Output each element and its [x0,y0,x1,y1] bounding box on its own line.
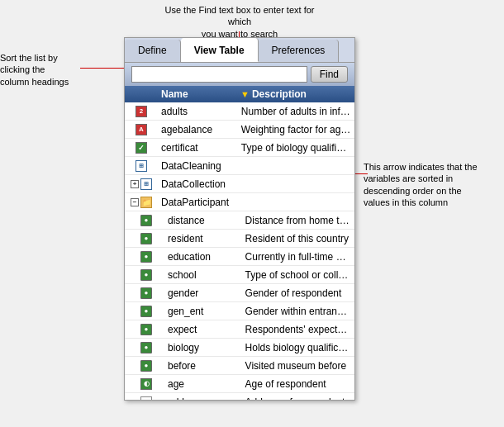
header-icon-col [125,88,158,100]
row-desc: Address of respondent [242,396,354,401]
row-icon-cell: ● [125,306,158,317]
nominal-icon: ● [140,269,152,281]
row-name: before [158,359,242,372]
row-icon-cell: + ⊞ [125,178,158,190]
row-desc: Gender within entrance us [242,305,354,318]
find-button[interactable]: Find [311,66,348,83]
collapse-icon[interactable]: − [131,198,139,206]
table-row[interactable]: A address Address of respondent [125,393,354,400]
header-description[interactable]: ▼ Description [237,88,354,100]
row-name: adults [158,105,238,118]
row-desc: Distance from home to mu [242,214,354,227]
scale-icon: ⊞ [140,178,152,190]
row-desc: Resident of this country [242,232,354,245]
row-icon-cell: ● [125,324,158,335]
table-row[interactable]: ● gender Gender of respondent [125,284,354,302]
row-desc [238,202,354,203]
nominal-icon: ● [140,287,152,299]
folder-icon: 📁 [140,197,152,208]
table-row[interactable]: ✓ certificat Type of biology qualificati… [125,139,354,157]
row-icon-cell: ● [125,215,158,226]
numeric-icon: 2 [136,106,147,117]
row-name: resident [158,232,242,245]
nominal-icon: ● [140,215,152,226]
nominal-icon: ● [140,233,152,244]
row-name: gender [158,287,242,300]
nominal-icon: ● [140,324,152,335]
row-icon-cell: ● [125,269,158,281]
tab-define[interactable]: Define [125,40,181,62]
table-row[interactable]: ● distance Distance from home to mu [125,211,354,230]
row-name: age [158,377,242,391]
row-name: biology [158,341,242,354]
row-desc: Currently in full-time educa [242,250,354,263]
table-row[interactable]: + ⊞ DataCollection [125,175,354,193]
top-annotation: Use the Find text box to enter text for … [157,4,322,40]
row-icon-cell: ⊞ [125,160,158,172]
table-row[interactable]: ◐ age Age of respondent [125,375,354,393]
table-row[interactable]: ● expect Respondents' expectation [125,320,354,339]
row-desc: Gender of respondent [242,287,354,300]
row-desc: Type of school or college [242,268,354,282]
row-icon-cell: ● [125,233,158,244]
row-desc [238,165,354,167]
scale-icon: ⊞ [136,160,147,172]
nominal-icon: ● [140,342,152,353]
row-name: school [158,268,242,282]
row-name: certificat [158,141,238,154]
row-desc: Respondents' expectation [242,323,354,336]
row-name: address [158,396,242,401]
header-name[interactable]: Name [158,88,237,100]
row-icon-cell: A [125,124,158,135]
row-desc [238,183,354,185]
row-desc: Number of adults in inform [238,105,354,118]
sort-arrow-icon: ▼ [240,89,250,99]
row-icon-cell: ● [125,360,158,372]
table-row[interactable]: A agebalance Weighting factor for age b [125,121,354,139]
row-name: DataCleaning [158,159,238,173]
ordinal-icon: ◐ [140,378,152,390]
row-desc: Weighting factor for age b [238,123,354,136]
expand-icon[interactable]: + [131,180,139,188]
row-icon-cell: ◐ [125,378,158,390]
row-desc: Visited museum before [242,359,354,372]
table-row[interactable]: ● school Type of school or college [125,266,354,284]
table-row[interactable]: ● biology Holds biology qualification [125,339,354,357]
right-annotation: This arrow indicates that the variables … [364,161,500,208]
row-name: DataCollection [158,178,238,191]
row-desc: Type of biology qualificatio [238,141,354,154]
row-name: gen_ent [158,305,242,318]
row-icon-cell: 2 [125,106,158,117]
search-input[interactable] [131,66,307,83]
table-row[interactable]: − 📁 DataParticipant [125,193,354,211]
row-icon-cell: ● [125,287,158,299]
check-icon: ✓ [136,142,147,154]
table-row[interactable]: ● gen_ent Gender within entrance us [125,302,354,320]
table-body[interactable]: 2 adults Number of adults in inform A ag… [125,102,354,400]
table-row[interactable]: 2 adults Number of adults in inform [125,102,354,121]
nominal-icon: ● [140,251,152,263]
row-desc: Holds biology qualification [242,341,354,354]
row-name: distance [158,214,242,227]
left-arrow [80,68,126,69]
table-header: Name ▼ Description [125,86,354,102]
table-row[interactable]: ● before Visited museum before [125,357,354,375]
tab-bar: Define View Table Preferences [125,38,354,63]
table-row[interactable]: ● resident Resident of this country [125,230,354,248]
row-name: agebalance [158,123,238,136]
string-icon: A [136,124,147,135]
tab-view-table[interactable]: View Table [181,38,259,62]
row-desc: Age of respondent [242,377,354,391]
row-name: education [158,250,242,263]
tab-preferences[interactable]: Preferences [259,40,340,62]
table-row[interactable]: ⊞ DataCleaning [125,157,354,175]
row-name: DataParticipant [158,196,238,209]
row-icon-cell: − 📁 [125,197,158,208]
table-row[interactable]: ● education Currently in full-time educa [125,248,354,266]
alpha-icon: A [140,396,152,401]
search-bar: Find [125,63,354,86]
row-icon-cell: ● [125,251,158,263]
nominal-icon: ● [140,306,152,317]
row-icon-cell: A [125,396,158,401]
row-icon-cell: ● [125,342,158,353]
